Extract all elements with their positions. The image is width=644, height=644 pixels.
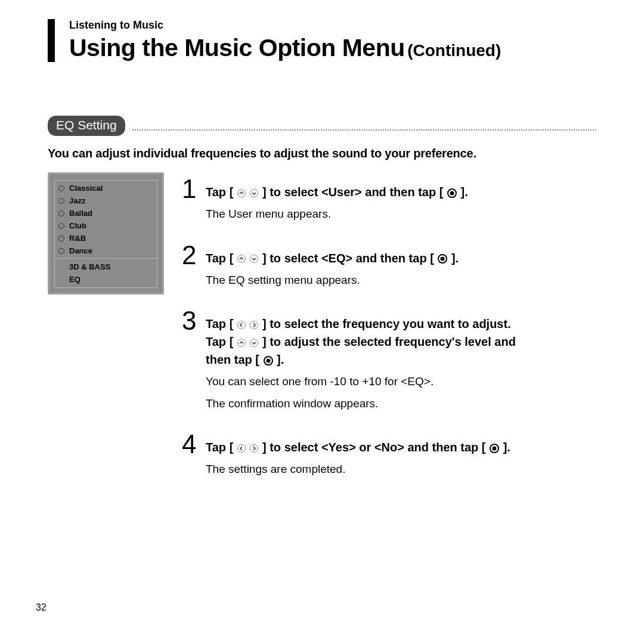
center-button-icon [447,188,457,198]
step-instruction: Tap [ ] to select <Yes> or <No> and then… [206,438,510,456]
list-item: Dance [55,244,157,257]
step-number: 4 [182,431,200,478]
center-button-icon [437,254,448,264]
down-icon [249,255,259,263]
svg-point-15 [250,444,258,452]
step-note: The settings are completed. [206,461,510,478]
svg-point-14 [237,444,245,452]
step: 2Tap [ ] to select <EQ> and then tap [ ]… [182,242,596,289]
radio-icon [58,185,64,191]
step-number: 1 [182,176,200,223]
center-button-icon [263,356,274,366]
list-item: Ballad [55,207,157,219]
down-icon [249,339,259,347]
svg-point-9 [250,321,258,329]
radio-icon [58,198,64,204]
main-title: Using the Music Option Menu [69,34,405,61]
down-icon [249,189,259,197]
step-body: Tap [ ] to select <EQ> and then tap [ ].… [206,242,459,289]
left-icon [237,321,246,329]
svg-point-3 [450,191,454,195]
up-icon [237,189,246,197]
eq-setting-badge: EQ Setting [48,116,125,136]
preset-list: Classical Jazz Ballad Club R&B Dance [55,181,157,258]
section-label: Listening to Music [69,19,596,32]
radio-icon [58,236,64,242]
intro-text: You can adjust individual frequencies to… [48,147,596,160]
svg-point-17 [493,446,497,450]
svg-point-10 [237,339,245,346]
step-instruction: Tap [ ] to select <EQ> and then tap [ ]. [206,249,459,267]
list-item: EQ [58,273,153,286]
svg-point-7 [441,257,445,261]
steps-list: 1Tap [ ] to select <User> and then tap [… [182,172,596,497]
svg-point-1 [250,189,258,197]
radio-icon [58,210,64,216]
svg-point-0 [237,189,245,197]
up-icon [237,339,246,347]
radio-icon [58,248,64,254]
step-note: You can select one from -10 to +10 for <… [206,373,516,391]
right-icon [249,321,259,329]
svg-point-5 [250,255,258,263]
step-body: Tap [ ] to select <User> and then tap [ … [206,176,468,223]
list-item: R&B [55,232,157,244]
svg-point-4 [237,255,245,263]
step-body: Tap [ ] to select <Yes> or <No> and then… [206,431,510,478]
list-item: Jazz [55,194,157,207]
page-number: 32 [36,602,47,613]
step-instruction: Tap [ ] to select <User> and then tap [ … [206,183,468,201]
step-number: 2 [182,242,200,289]
svg-point-11 [250,339,258,346]
step-note: The EQ setting menu appears. [206,272,459,289]
step-instruction: Tap [ ] to select the frequency you want… [206,315,516,369]
device-screen: Classical Jazz Ballad Club R&B Dance 3D … [48,172,164,295]
center-button-icon [489,444,500,453]
svg-point-8 [237,321,245,329]
step: 1Tap [ ] to select <User> and then tap [… [182,176,596,223]
title-continued: (Continued) [407,41,501,60]
svg-point-13 [266,358,270,363]
step-note: The confirmation window appears. [206,395,516,413]
dotted-rule [132,129,596,131]
right-icon [249,444,259,453]
list-item: Classical [55,182,157,194]
step-number: 3 [182,308,200,412]
main-title-line: Using the Music Option Menu (Continued) [69,34,596,62]
list-item: 3D & BASS [58,261,153,273]
step: 3Tap [ ] to select the frequency you wan… [182,308,596,412]
radio-icon [58,223,64,229]
step: 4Tap [ ] to select <Yes> or <No> and the… [182,431,596,478]
sub-block: 3D & BASS EQ [55,258,157,287]
up-icon [237,255,246,263]
step-body: Tap [ ] to select the frequency you want… [206,308,516,412]
left-icon [237,444,246,453]
list-item: Club [55,219,157,232]
badge-row: EQ Setting [48,116,596,136]
step-note: The User menu appears. [206,206,468,223]
